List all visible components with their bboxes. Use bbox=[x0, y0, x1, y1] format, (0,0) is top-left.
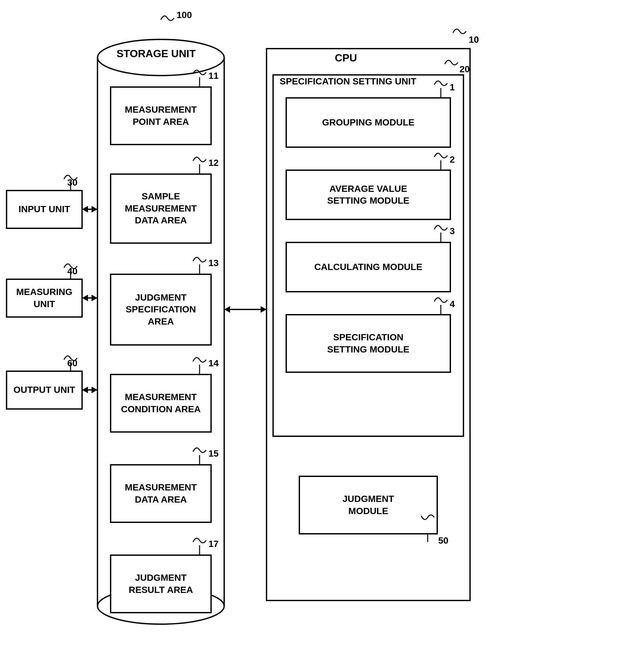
module-2-label: AVERAGE VALUESETTING MODULE bbox=[286, 170, 450, 219]
ref-10: 10 bbox=[469, 35, 479, 45]
ref-40: 40 bbox=[67, 266, 77, 277]
area-17-label: JUDGMENTRESULT AREA bbox=[111, 555, 211, 613]
ref-60: 60 bbox=[67, 358, 77, 369]
svg-marker-41 bbox=[82, 387, 88, 393]
ref-2: 2 bbox=[450, 154, 455, 165]
ref-3: 3 bbox=[450, 226, 455, 237]
ref-1: 1 bbox=[450, 82, 455, 93]
input-unit-label: INPUT UNIT bbox=[6, 191, 82, 228]
measuring-unit-label: MEASURING UNIT bbox=[6, 279, 82, 317]
ref-13: 13 bbox=[208, 258, 218, 268]
area-15-label: MEASUREMENTDATA AREA bbox=[111, 465, 211, 522]
area-13-label: JUDGMENTSPECIFICATIONAREA bbox=[111, 274, 211, 345]
output-unit-label: OUTPUT UNIT bbox=[6, 371, 82, 409]
svg-marker-42 bbox=[92, 387, 97, 393]
diagram-container: STORAGE UNIT 100 CPU 10 SPECIFICATION SE… bbox=[0, 0, 644, 656]
area-14-label: MEASUREMENTCONDITION AREA bbox=[111, 374, 211, 432]
svg-marker-36 bbox=[92, 206, 97, 213]
module-1-label: GROUPING MODULE bbox=[286, 98, 450, 147]
svg-marker-45 bbox=[261, 306, 267, 313]
module-4-label: SPECIFICATIONSETTING MODULE bbox=[286, 315, 450, 372]
module-50-label: JUDGMENTMODULE bbox=[299, 476, 437, 534]
ref-100: 100 bbox=[177, 10, 192, 20]
storage-unit-title: STORAGE UNIT bbox=[117, 48, 196, 60]
ref-50: 50 bbox=[438, 535, 448, 546]
ref-30: 30 bbox=[67, 177, 77, 188]
svg-marker-44 bbox=[224, 306, 230, 313]
ref-12: 12 bbox=[208, 158, 218, 168]
cpu-title: CPU bbox=[335, 52, 357, 64]
ref-17: 17 bbox=[208, 539, 218, 549]
area-12-label: SAMPLEMEASUREMENTDATA AREA bbox=[111, 174, 211, 243]
module-3-label: CALCULATING MODULE bbox=[286, 242, 450, 292]
ref-15: 15 bbox=[208, 449, 218, 459]
ref-11: 11 bbox=[208, 71, 218, 81]
svg-marker-35 bbox=[82, 206, 88, 213]
svg-marker-39 bbox=[92, 294, 97, 301]
area-11-label: MEASUREMENTPOINT AREA bbox=[111, 87, 211, 145]
svg-marker-38 bbox=[82, 294, 88, 301]
ref-20: 20 bbox=[460, 64, 470, 74]
ref-14: 14 bbox=[208, 358, 218, 369]
spec-setting-unit-title: SPECIFICATION SETTING UNIT bbox=[280, 76, 416, 87]
ref-4: 4 bbox=[450, 299, 455, 309]
